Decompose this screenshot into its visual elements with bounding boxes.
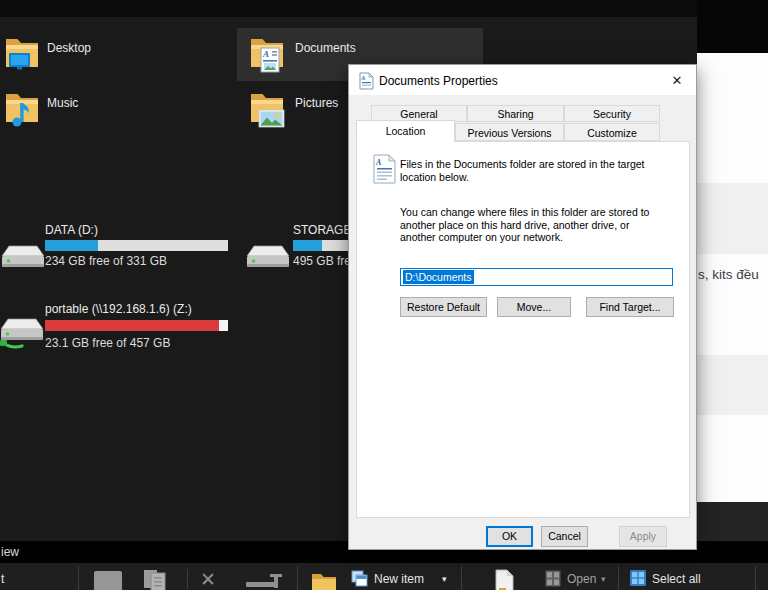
- drive-name: DATA (D:): [45, 223, 98, 237]
- location-path-input[interactable]: D:\Documents: [400, 268, 673, 286]
- highlight-band: [697, 183, 768, 254]
- open-dropdown-icon[interactable]: ▾: [601, 574, 606, 584]
- network-drive-icon: [0, 316, 44, 352]
- drive-name: portable (\\192.168.1.6) (Z:): [45, 302, 192, 316]
- copy-icon[interactable]: [142, 569, 178, 590]
- svg-text:A: A: [375, 158, 382, 167]
- folder-label: Desktop: [47, 41, 91, 55]
- new-folder-icon[interactable]: [311, 571, 337, 590]
- capacity-fill: [293, 240, 322, 251]
- pictures-folder-icon: [249, 87, 287, 131]
- ribbon-divider: [78, 566, 79, 590]
- apply-button: Apply: [619, 526, 667, 547]
- dialog-title: Documents Properties: [379, 74, 498, 88]
- ribbon-divider: [297, 566, 298, 590]
- tab-sharing[interactable]: Sharing: [467, 105, 564, 122]
- documents-folder-icon: A: [249, 32, 287, 76]
- location-intro-text: Files in the Documents folder are stored…: [400, 158, 650, 183]
- desktop-screenshot: Desktop Music A Documents: [0, 0, 768, 590]
- music-folder-icon: [4, 87, 40, 131]
- rename-icon[interactable]: [246, 574, 284, 590]
- ribbon-toolbar: t ✕ New item ▾: [0, 563, 768, 590]
- view-menu-label-fragment[interactable]: iew: [1, 545, 19, 559]
- document-icon: A: [359, 72, 374, 90]
- drive-tile-data[interactable]: DATA (D:) 234 GB free of 331 GB: [0, 218, 234, 280]
- folder-label: Pictures: [295, 96, 338, 110]
- desktop-folder-icon: [4, 32, 40, 76]
- explorer-top-strip: [0, 0, 768, 17]
- new-item-icon: [351, 570, 368, 587]
- drive-free-text: 234 GB free of 331 GB: [45, 254, 167, 268]
- paste-icon[interactable]: [94, 571, 124, 590]
- selected-path-text: D:\Documents: [403, 270, 474, 284]
- open-button[interactable]: Open: [567, 572, 596, 586]
- folder-label: Music: [47, 96, 78, 110]
- restore-default-button[interactable]: Restore Default: [400, 297, 487, 317]
- folder-tile-desktop[interactable]: Desktop: [4, 31, 234, 81]
- ribbon-divider: [618, 566, 619, 590]
- documents-page-icon: A: [373, 154, 396, 184]
- ribbon-divider: [461, 566, 462, 590]
- open-icon: [545, 570, 561, 587]
- tab-location[interactable]: Location: [356, 120, 455, 142]
- ribbon-divider: [187, 569, 188, 589]
- tab-security[interactable]: Security: [564, 105, 660, 122]
- hard-drive-icon: [246, 243, 290, 273]
- drive-tile-portable[interactable]: portable (\\192.168.1.6) (Z:) 23.1 GB fr…: [0, 297, 234, 359]
- delete-icon[interactable]: ✕: [200, 570, 216, 589]
- location-tab-page: A Files in the Documents folder are stor…: [356, 141, 690, 518]
- background-document: s, kits đều: [697, 53, 768, 502]
- ok-button[interactable]: OK: [486, 526, 533, 547]
- tab-customize[interactable]: Customize: [564, 123, 660, 141]
- ribbon-divider: [755, 566, 756, 590]
- capacity-fill: [45, 240, 98, 251]
- highlight-band: [697, 355, 768, 415]
- cancel-button[interactable]: Cancel: [541, 526, 588, 547]
- capacity-bar: [45, 320, 228, 331]
- drive-free-text: 23.1 GB free of 457 GB: [45, 336, 170, 350]
- properties-page-icon[interactable]: [493, 569, 516, 590]
- svg-text:A: A: [360, 75, 365, 81]
- close-icon[interactable]: ✕: [665, 71, 689, 91]
- documents-properties-dialog: A Documents Properties ✕ General Sharing…: [348, 64, 697, 550]
- background-window-footer: [697, 502, 768, 541]
- new-item-dropdown-icon[interactable]: ▾: [442, 574, 447, 584]
- ribbon-cut-label: t: [1, 572, 4, 586]
- background-text-fragment: s, kits đều: [698, 267, 759, 282]
- capacity-bar: [45, 240, 228, 251]
- move-button[interactable]: Move...: [497, 297, 571, 317]
- hard-drive-icon: [1, 243, 45, 273]
- background-window-dark-area: [697, 0, 768, 53]
- svg-text:A: A: [262, 49, 269, 59]
- folder-tile-music[interactable]: Music: [4, 86, 234, 136]
- capacity-fill: [45, 320, 219, 331]
- tab-previous-versions[interactable]: Previous Versions: [455, 123, 564, 141]
- folder-label: Documents: [295, 41, 356, 55]
- location-description-text: You can change where files in this folde…: [400, 206, 664, 244]
- dialog-title-bar[interactable]: A Documents Properties ✕: [349, 65, 696, 95]
- new-item-button[interactable]: New item: [374, 572, 424, 586]
- find-target-button[interactable]: Find Target...: [586, 297, 674, 317]
- select-all-icon: [630, 570, 646, 586]
- select-all-button[interactable]: Select all: [652, 572, 701, 586]
